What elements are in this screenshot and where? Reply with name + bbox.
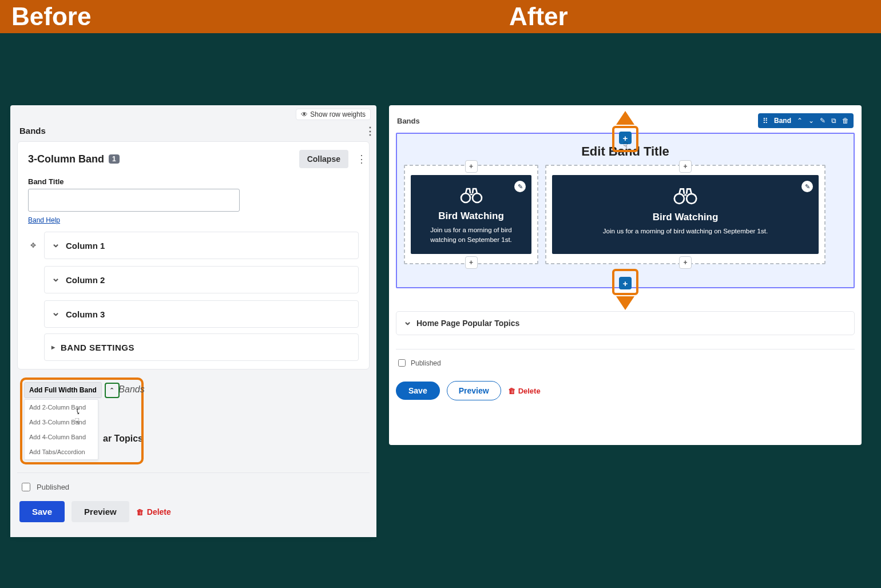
divider (396, 349, 855, 349)
band-settings-toggle[interactable]: BAND SETTINGS (44, 333, 359, 361)
eye-icon: 👁 (301, 110, 308, 118)
duplicate-icon[interactable]: ⧉ (831, 117, 836, 125)
bands-kebab-icon[interactable] (365, 126, 367, 136)
drag-grip-icon[interactable] (763, 117, 768, 125)
band-toolbar: Band ⌃ ⌄ ✎ ⧉ 🗑 (758, 113, 854, 128)
add-content-top-button[interactable]: + (679, 160, 692, 173)
callout-arrow-down-icon (616, 296, 634, 310)
save-button[interactable]: Save (396, 382, 440, 400)
svg-point-3 (686, 194, 696, 204)
edit-pencil-icon[interactable]: ✎ (820, 117, 826, 125)
add-content-top-button[interactable]: + (465, 160, 478, 173)
card-title: Bird Watching (416, 210, 526, 222)
drag-handle-icon[interactable]: ✥ (28, 241, 38, 249)
delete-link[interactable]: Delete (136, 507, 171, 517)
chevron-down-icon (403, 317, 412, 329)
bands-section-label: Bands (397, 117, 420, 125)
published-checkbox-row[interactable]: Published (17, 481, 370, 493)
divider (17, 472, 370, 473)
column-3-toggle[interactable]: Column 3 (44, 300, 359, 328)
dropdown-opt-4col[interactable]: Add 4-Column Band (25, 430, 98, 444)
chevron-up-icon: ⌃ (109, 387, 114, 394)
bands-section-label: Bands (19, 126, 46, 136)
add-full-width-band-button[interactable]: Add Full Width Band (24, 382, 102, 398)
add-band-bottom-button[interactable]: + (619, 277, 632, 289)
chevron-right-icon (51, 343, 55, 351)
preview-button[interactable]: Preview (447, 381, 501, 400)
card-title: Bird Watching (558, 212, 813, 223)
chevron-down-icon (51, 308, 60, 320)
column-2-toggle[interactable]: Column 2 (44, 266, 359, 293)
add-content-bottom-button[interactable]: + (679, 256, 692, 269)
published-checkbox[interactable] (398, 359, 406, 367)
dropdown-opt-2col[interactable]: Add 2-Column Band (25, 400, 98, 415)
callout-arrow-up-icon (616, 111, 634, 125)
cursor-pointer-icon: ⤹☟ (74, 406, 84, 416)
content-card[interactable]: ✎ Bird Watching Join us for a morning of… (411, 175, 531, 254)
column-1-label: Column 1 (66, 241, 105, 251)
card-subtitle: Join us for a morning of bird watching o… (558, 227, 813, 236)
band-count-badge: 1 (109, 154, 120, 164)
delete-label: Delete (147, 507, 171, 517)
svg-point-0 (461, 193, 470, 202)
column-2-label: Column 2 (66, 275, 105, 285)
show-row-weights-label: Show row weights (310, 110, 366, 118)
band-toolbar-label: Band (774, 117, 791, 125)
band-kebab-icon[interactable] (356, 154, 359, 164)
published-label: Published (37, 483, 69, 491)
card-subtitle: Join us for a morning of bird watching o… (426, 225, 517, 244)
band-title-field-label: Band Title (28, 177, 359, 186)
band-title-input[interactable] (28, 189, 240, 212)
column-slot-2[interactable]: + ✎ Bird Watching Join us for a morning … (545, 165, 826, 264)
delete-link[interactable]: Delete (508, 387, 541, 395)
add-dropdown-toggle[interactable]: ⌃ (105, 383, 120, 398)
chevron-up-icon[interactable]: ⌃ (797, 117, 803, 125)
svg-point-2 (674, 194, 684, 204)
cursor-pointer-icon: ☟ (623, 141, 628, 150)
save-button[interactable]: Save (19, 501, 65, 522)
chevron-down-icon[interactable]: ⌄ (808, 117, 814, 125)
column-3-label: Column 3 (66, 309, 105, 319)
comparison-header: Before After (0, 0, 881, 33)
content-card[interactable]: ✎ Bird Watching Join us for a morning of… (552, 175, 819, 254)
dropdown-opt-3col[interactable]: Add 3-Column Band (25, 415, 98, 430)
band-settings-label: BAND SETTINGS (61, 343, 134, 352)
band-card: 3-Column Band 1 Collapse Band Title Band… (17, 141, 370, 370)
preview-button[interactable]: Preview (72, 501, 129, 522)
svg-point-1 (473, 193, 482, 202)
dropdown-opt-tabs[interactable]: Add Tabs/Accordion (25, 444, 98, 459)
trash-icon (136, 507, 144, 517)
chevron-down-icon (51, 239, 60, 252)
band-card-title: 3-Column Band (28, 153, 104, 165)
add-content-bottom-button[interactable]: + (465, 256, 478, 269)
header-after-label: After (440, 2, 881, 31)
band-help-link[interactable]: Band Help (28, 216, 60, 224)
band-editor-frame: + ☟ Edit Band Title + ✎ Bird Watching Jo… (396, 133, 855, 288)
published-checkbox[interactable] (22, 483, 30, 491)
published-checkbox-row[interactable]: Published (396, 357, 855, 368)
binoculars-icon (672, 186, 699, 205)
trash-icon (508, 387, 515, 395)
binoculars-icon (459, 186, 483, 204)
show-row-weights-button[interactable]: 👁 Show row weights (296, 109, 371, 120)
topics-label: Home Page Popular Topics (416, 319, 519, 328)
column-slot-1[interactable]: + ✎ Bird Watching Join us for a morning … (404, 165, 538, 264)
column-1-toggle[interactable]: Column 1 (44, 232, 359, 259)
add-band-dropdown: Add 2-Column Band Add 3-Column Band Add … (24, 399, 98, 460)
published-label: Published (411, 359, 441, 367)
edit-pencil-icon[interactable]: ✎ (801, 181, 813, 192)
chevron-down-icon (51, 273, 60, 286)
header-before-label: Before (0, 2, 440, 31)
collapse-button[interactable]: Collapse (299, 150, 348, 168)
delete-trash-icon[interactable]: 🗑 (842, 117, 849, 125)
home-page-popular-topics-toggle[interactable]: Home Page Popular Topics (396, 311, 855, 335)
edit-pencil-icon[interactable]: ✎ (514, 181, 526, 192)
before-panel: 👁 Show row weights Bands 3-Column Band 1… (10, 105, 376, 537)
after-panel: Bands Band ⌃ ⌄ ✎ ⧉ 🗑 + ☟ Edit Band Title… (389, 105, 862, 445)
delete-label: Delete (518, 387, 541, 395)
